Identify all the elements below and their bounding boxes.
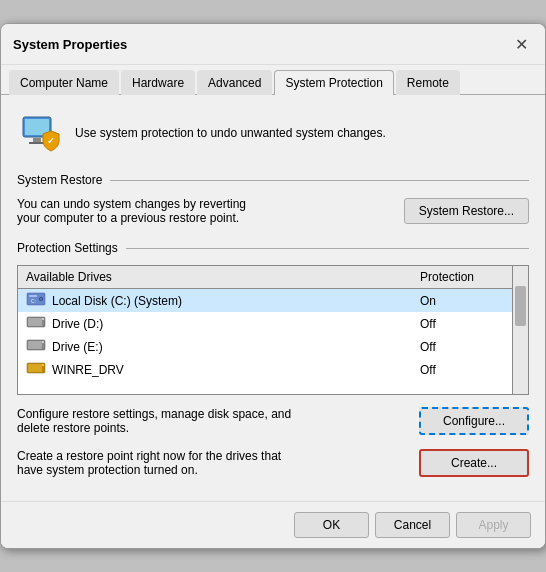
tab-bar: Computer Name Hardware Advanced System P… [1,65,545,95]
apply-button[interactable]: Apply [456,512,531,538]
drives-table: Available Drives Protection C: [17,265,529,395]
restore-row: You can undo system changes by reverting… [17,197,529,225]
winre-drive-icon [26,361,46,378]
create-row: Create a restore point right now for the… [17,449,529,477]
drive-name: WINRE_DRV [26,361,420,378]
restore-description: You can undo system changes by reverting… [17,197,394,225]
d-drive-icon [26,315,46,332]
drives-table-header: Available Drives Protection [18,266,528,289]
scrollbar-thumb [515,286,526,326]
tab-advanced[interactable]: Advanced [197,70,272,95]
drive-status: Off [420,317,520,331]
tab-system-protection[interactable]: System Protection [274,70,393,95]
system-properties-dialog: System Properties ✕ Computer Name Hardwa… [0,23,546,549]
shield-icon: ✓ [17,109,65,157]
svg-text:C:: C: [31,298,36,304]
svg-rect-14 [28,341,42,349]
c-drive-icon: C: [26,292,46,309]
system-restore-button[interactable]: System Restore... [404,198,529,224]
tab-remote[interactable]: Remote [396,70,460,95]
header-description: Use system protection to undo unwanted s… [75,126,386,140]
protection-settings-section: Protection Settings Available Drives Pro… [17,241,529,477]
footer-bar: OK Cancel Apply [1,501,545,548]
svg-text:✓: ✓ [47,136,55,146]
configure-row: Configure restore settings, manage disk … [17,407,529,435]
e-drive-icon [26,338,46,355]
ok-button[interactable]: OK [294,512,369,538]
tab-content: ✓ Use system protection to undo unwanted… [1,95,545,501]
scrollbar[interactable] [512,266,528,394]
tab-hardware[interactable]: Hardware [121,70,195,95]
svg-point-8 [40,298,42,300]
col-drives: Available Drives [26,270,420,284]
drive-status: On [420,294,520,308]
svg-rect-6 [29,295,37,297]
header-section: ✓ Use system protection to undo unwanted… [17,109,529,157]
table-row[interactable]: WINRE_DRV Off [18,358,528,381]
table-row[interactable]: Drive (E:) Off [18,335,528,358]
drive-name: Drive (D:) [26,315,420,332]
drive-name: C: Local Disk (C:) (System) [26,292,420,309]
drive-status: Off [420,363,520,377]
svg-rect-18 [42,364,44,366]
table-row[interactable]: C: Local Disk (C:) (System) On [18,289,528,312]
configure-button[interactable]: Configure... [419,407,529,435]
col-protection: Protection [420,270,520,284]
svg-rect-12 [42,318,44,320]
svg-rect-17 [28,364,42,372]
title-bar: System Properties ✕ [1,24,545,65]
svg-rect-2 [33,138,41,142]
table-row[interactable]: Drive (D:) Off [18,312,528,335]
svg-rect-15 [42,341,44,343]
create-description: Create a restore point right now for the… [17,449,409,477]
drive-name: Drive (E:) [26,338,420,355]
system-restore-label: System Restore [17,173,529,187]
configure-description: Configure restore settings, manage disk … [17,407,409,435]
protection-settings-label: Protection Settings [17,241,529,255]
close-button[interactable]: ✕ [509,32,533,56]
tab-computer-name[interactable]: Computer Name [9,70,119,95]
svg-rect-11 [28,318,42,326]
dialog-title: System Properties [13,37,127,52]
cancel-button[interactable]: Cancel [375,512,450,538]
create-button[interactable]: Create... [419,449,529,477]
drive-status: Off [420,340,520,354]
